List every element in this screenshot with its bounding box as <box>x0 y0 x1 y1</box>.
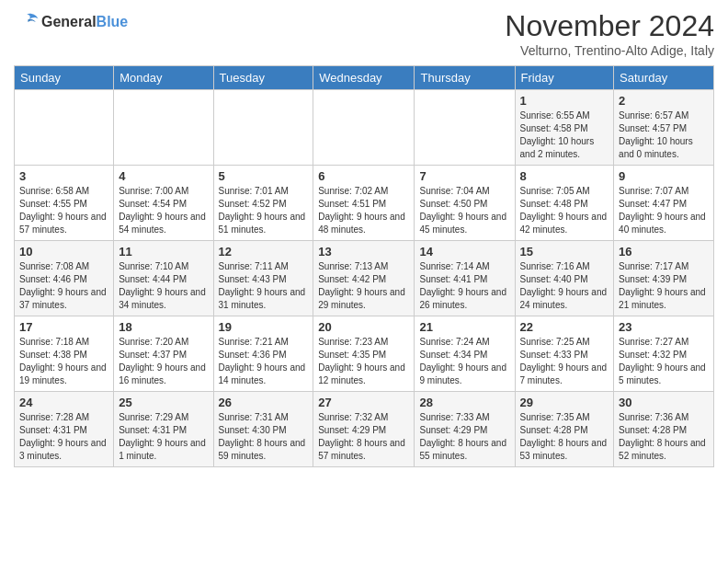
calendar-table: Sunday Monday Tuesday Wednesday Thursday… <box>14 65 714 467</box>
day-number: 20 <box>318 320 409 334</box>
page-container: GeneralBlue November 2024 Velturno, Tren… <box>0 0 728 477</box>
location: Velturno, Trentino-Alto Adige, Italy <box>505 43 714 58</box>
day-number: 1 <box>520 94 609 108</box>
day-number: 13 <box>318 245 409 259</box>
day-number: 10 <box>19 245 108 259</box>
calendar-cell-w1-d3 <box>213 90 313 166</box>
calendar-cell-w5-d4: 27Sunrise: 7:32 AMSunset: 4:29 PMDayligh… <box>313 392 415 467</box>
calendar-cell-w5-d2: 25Sunrise: 7:29 AMSunset: 4:31 PMDayligh… <box>114 392 213 467</box>
logo-icon <box>14 9 40 35</box>
calendar-cell-w5-d6: 29Sunrise: 7:35 AMSunset: 4:28 PMDayligh… <box>515 392 614 467</box>
day-info: Sunrise: 7:36 AMSunset: 4:28 PMDaylight:… <box>619 411 709 463</box>
month-title: November 2024 <box>505 9 714 43</box>
calendar-cell-w1-d1 <box>15 90 114 166</box>
calendar-cell-w4-d1: 17Sunrise: 7:18 AMSunset: 4:38 PMDayligh… <box>15 316 114 392</box>
day-info: Sunrise: 7:25 AMSunset: 4:33 PMDaylight:… <box>520 336 609 387</box>
day-number: 3 <box>19 169 108 183</box>
day-number: 23 <box>619 320 709 334</box>
day-number: 28 <box>419 396 509 409</box>
day-info: Sunrise: 7:21 AMSunset: 4:36 PMDaylight:… <box>219 336 309 387</box>
day-number: 2 <box>619 94 709 108</box>
day-info: Sunrise: 7:16 AMSunset: 4:40 PMDaylight:… <box>520 260 609 312</box>
day-info: Sunrise: 7:35 AMSunset: 4:28 PMDaylight:… <box>520 411 609 463</box>
day-number: 12 <box>219 245 309 259</box>
calendar-cell-w2-d2: 4Sunrise: 7:00 AMSunset: 4:54 PMDaylight… <box>114 166 213 241</box>
calendar-cell-w3-d5: 14Sunrise: 7:14 AMSunset: 4:41 PMDayligh… <box>415 241 515 316</box>
day-number: 6 <box>318 169 409 183</box>
calendar-week-1: 1Sunrise: 6:55 AMSunset: 4:58 PMDaylight… <box>15 90 714 166</box>
day-info: Sunrise: 7:17 AMSunset: 4:39 PMDaylight:… <box>619 260 709 312</box>
calendar-cell-w1-d2 <box>114 90 213 166</box>
day-info: Sunrise: 7:01 AMSunset: 4:52 PMDaylight:… <box>219 185 309 236</box>
calendar-header-row: Sunday Monday Tuesday Wednesday Thursday… <box>15 66 714 90</box>
day-number: 5 <box>219 169 309 183</box>
calendar-cell-w4-d4: 20Sunrise: 7:23 AMSunset: 4:35 PMDayligh… <box>313 316 415 392</box>
day-info: Sunrise: 7:00 AMSunset: 4:54 PMDaylight:… <box>119 185 208 236</box>
header: GeneralBlue November 2024 Velturno, Tren… <box>14 9 714 58</box>
day-number: 8 <box>520 169 609 183</box>
day-info: Sunrise: 7:05 AMSunset: 4:48 PMDaylight:… <box>520 185 609 236</box>
day-number: 27 <box>318 396 409 409</box>
day-info: Sunrise: 7:10 AMSunset: 4:44 PMDaylight:… <box>119 260 208 312</box>
day-info: Sunrise: 7:31 AMSunset: 4:30 PMDaylight:… <box>219 411 309 463</box>
day-number: 16 <box>619 245 709 259</box>
calendar-cell-w3-d3: 12Sunrise: 7:11 AMSunset: 4:43 PMDayligh… <box>213 241 313 316</box>
calendar-cell-w5-d7: 30Sunrise: 7:36 AMSunset: 4:28 PMDayligh… <box>614 392 714 467</box>
calendar-cell-w4-d3: 19Sunrise: 7:21 AMSunset: 4:36 PMDayligh… <box>213 316 313 392</box>
day-number: 9 <box>619 169 709 183</box>
calendar-cell-w2-d1: 3Sunrise: 6:58 AMSunset: 4:55 PMDaylight… <box>15 166 114 241</box>
logo: GeneralBlue <box>14 9 128 35</box>
calendar-cell-w4-d2: 18Sunrise: 7:20 AMSunset: 4:37 PMDayligh… <box>114 316 213 392</box>
day-info: Sunrise: 6:55 AMSunset: 4:58 PMDaylight:… <box>520 109 609 161</box>
day-info: Sunrise: 7:23 AMSunset: 4:35 PMDaylight:… <box>318 336 409 387</box>
calendar-week-3: 10Sunrise: 7:08 AMSunset: 4:46 PMDayligh… <box>15 241 714 316</box>
calendar-cell-w1-d7: 2Sunrise: 6:57 AMSunset: 4:57 PMDaylight… <box>614 90 714 166</box>
day-info: Sunrise: 7:24 AMSunset: 4:34 PMDaylight:… <box>419 336 509 387</box>
day-info: Sunrise: 7:29 AMSunset: 4:31 PMDaylight:… <box>119 411 208 463</box>
day-info: Sunrise: 7:18 AMSunset: 4:38 PMDaylight:… <box>19 336 108 387</box>
day-info: Sunrise: 7:07 AMSunset: 4:47 PMDaylight:… <box>619 185 709 236</box>
title-section: November 2024 Velturno, Trentino-Alto Ad… <box>505 9 714 58</box>
calendar-cell-w2-d3: 5Sunrise: 7:01 AMSunset: 4:52 PMDaylight… <box>213 166 313 241</box>
day-info: Sunrise: 7:14 AMSunset: 4:41 PMDaylight:… <box>419 260 509 312</box>
calendar-cell-w4-d7: 23Sunrise: 7:27 AMSunset: 4:32 PMDayligh… <box>614 316 714 392</box>
calendar-cell-w3-d4: 13Sunrise: 7:13 AMSunset: 4:42 PMDayligh… <box>313 241 415 316</box>
calendar-cell-w3-d1: 10Sunrise: 7:08 AMSunset: 4:46 PMDayligh… <box>15 241 114 316</box>
header-friday: Friday <box>515 66 614 90</box>
day-number: 30 <box>619 396 709 409</box>
calendar-cell-w3-d6: 15Sunrise: 7:16 AMSunset: 4:40 PMDayligh… <box>515 241 614 316</box>
calendar-week-5: 24Sunrise: 7:28 AMSunset: 4:31 PMDayligh… <box>15 392 714 467</box>
calendar-cell-w5-d5: 28Sunrise: 7:33 AMSunset: 4:29 PMDayligh… <box>415 392 515 467</box>
calendar-cell-w1-d4 <box>313 90 415 166</box>
header-monday: Monday <box>114 66 213 90</box>
day-info: Sunrise: 7:20 AMSunset: 4:37 PMDaylight:… <box>119 336 208 387</box>
header-thursday: Thursday <box>415 66 515 90</box>
day-number: 29 <box>520 396 609 409</box>
day-number: 24 <box>19 396 108 409</box>
calendar-cell-w2-d5: 7Sunrise: 7:04 AMSunset: 4:50 PMDaylight… <box>415 166 515 241</box>
day-number: 26 <box>219 396 309 409</box>
logo-text: GeneralBlue <box>41 14 128 30</box>
day-info: Sunrise: 7:27 AMSunset: 4:32 PMDaylight:… <box>619 336 709 387</box>
calendar-week-4: 17Sunrise: 7:18 AMSunset: 4:38 PMDayligh… <box>15 316 714 392</box>
day-info: Sunrise: 7:11 AMSunset: 4:43 PMDaylight:… <box>219 260 309 312</box>
day-info: Sunrise: 7:08 AMSunset: 4:46 PMDaylight:… <box>19 260 108 312</box>
calendar-cell-w2-d6: 8Sunrise: 7:05 AMSunset: 4:48 PMDaylight… <box>515 166 614 241</box>
calendar-cell-w2-d7: 9Sunrise: 7:07 AMSunset: 4:47 PMDaylight… <box>614 166 714 241</box>
header-saturday: Saturday <box>614 66 714 90</box>
calendar-cell-w1-d5 <box>415 90 515 166</box>
day-number: 7 <box>419 169 509 183</box>
day-number: 11 <box>119 245 208 259</box>
calendar-week-2: 3Sunrise: 6:58 AMSunset: 4:55 PMDaylight… <box>15 166 714 241</box>
day-number: 21 <box>419 320 509 334</box>
day-info: Sunrise: 7:02 AMSunset: 4:51 PMDaylight:… <box>318 185 409 236</box>
day-info: Sunrise: 7:33 AMSunset: 4:29 PMDaylight:… <box>419 411 509 463</box>
day-number: 25 <box>119 396 208 409</box>
calendar-cell-w5-d1: 24Sunrise: 7:28 AMSunset: 4:31 PMDayligh… <box>15 392 114 467</box>
calendar-cell-w3-d2: 11Sunrise: 7:10 AMSunset: 4:44 PMDayligh… <box>114 241 213 316</box>
calendar-cell-w5-d3: 26Sunrise: 7:31 AMSunset: 4:30 PMDayligh… <box>213 392 313 467</box>
day-info: Sunrise: 7:04 AMSunset: 4:50 PMDaylight:… <box>419 185 509 236</box>
day-number: 18 <box>119 320 208 334</box>
calendar-cell-w1-d6: 1Sunrise: 6:55 AMSunset: 4:58 PMDaylight… <box>515 90 614 166</box>
calendar-cell-w4-d5: 21Sunrise: 7:24 AMSunset: 4:34 PMDayligh… <box>415 316 515 392</box>
